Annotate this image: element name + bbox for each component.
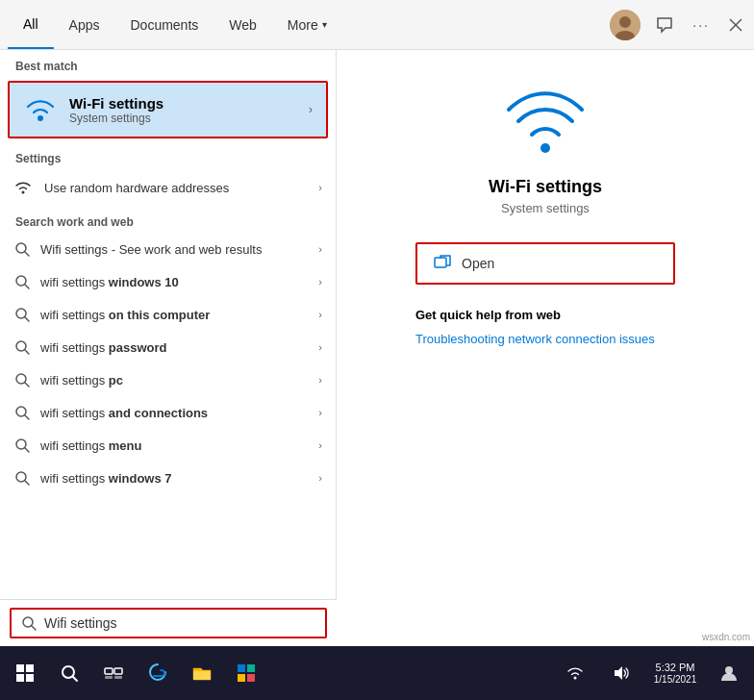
- clock-area[interactable]: 5:32 PM 1/15/2021: [646, 650, 704, 696]
- svg-line-20: [25, 448, 29, 452]
- svg-rect-30: [26, 674, 34, 682]
- svg-rect-40: [238, 674, 245, 682]
- search-item-3-bold: password: [109, 340, 167, 355]
- svg-point-1: [619, 16, 631, 28]
- settings-use-random[interactable]: Use random hardware addresses ›: [0, 169, 336, 206]
- close-btn[interactable]: [725, 14, 746, 36]
- clock-time: 5:32 PM: [656, 662, 695, 673]
- search-item-1-prefix: wifi settings: [40, 275, 109, 289]
- tab-apps[interactable]: Apps: [54, 0, 115, 49]
- svg-point-6: [22, 191, 25, 194]
- search-item-6-prefix: wifi settings: [40, 438, 109, 453]
- tab-more[interactable]: More ▾: [272, 0, 342, 49]
- svg-line-10: [25, 285, 29, 288]
- search-item-0-prefix: Wifi settings: [40, 242, 108, 257]
- search-item-1-bold: windows 10: [109, 275, 179, 289]
- taskbar: 5:32 PM 1/15/2021: [0, 646, 754, 700]
- avatar[interactable]: [610, 10, 641, 40]
- best-match-arrow: ›: [309, 103, 313, 116]
- quick-help-title: Get quick help from web: [415, 308, 675, 322]
- svg-line-8: [25, 252, 29, 256]
- search-item-5[interactable]: wifi settings and connections ›: [0, 396, 336, 429]
- quick-help-link[interactable]: Troubleshooting network connection issue…: [415, 332, 655, 346]
- search-item-3-prefix: wifi settings: [40, 340, 109, 355]
- tab-all[interactable]: All: [8, 0, 54, 49]
- chevron-down-icon: ▾: [322, 19, 327, 30]
- search-item-4[interactable]: wifi settings pc ›: [0, 363, 336, 396]
- search-window: All Apps Documents Web More ▾: [0, 0, 754, 700]
- settings-label: Settings: [0, 142, 336, 169]
- search-input[interactable]: [44, 615, 315, 631]
- svg-rect-37: [193, 671, 211, 680]
- search-item-2-bold: on this computer: [109, 308, 210, 322]
- content-area: Best match Wi-Fi settings System setting…: [0, 50, 754, 700]
- search-icon-7: [13, 469, 31, 487]
- search-item-1[interactable]: wifi settings windows 10 ›: [0, 265, 336, 298]
- svg-rect-36: [114, 676, 122, 679]
- search-item-3[interactable]: wifi settings password ›: [0, 331, 336, 363]
- search-item-2-prefix: wifi settings: [40, 308, 109, 322]
- search-item-5-prefix: wifi settings: [40, 406, 109, 420]
- best-match-subtitle: System settings: [69, 112, 163, 125]
- open-btn-wrapper: Open: [415, 242, 675, 285]
- start-button[interactable]: [4, 650, 46, 696]
- search-icon-6: [13, 437, 31, 454]
- network-btn[interactable]: [554, 650, 596, 696]
- search-item-6[interactable]: wifi settings menu ›: [0, 429, 336, 462]
- clock-date: 1/15/2021: [654, 674, 697, 685]
- left-panel: Best match Wi-Fi settings System setting…: [0, 50, 337, 700]
- watermark: wsxdn.com: [702, 632, 750, 642]
- more-options-btn[interactable]: ···: [689, 13, 714, 37]
- svg-line-18: [25, 415, 29, 419]
- result-title: Wi-Fi settings: [489, 177, 602, 197]
- tab-bar: All Apps Documents Web More ▾: [0, 0, 754, 50]
- svg-rect-28: [26, 664, 34, 672]
- open-button[interactable]: Open: [417, 244, 673, 283]
- best-match-title: Wi-Fi settings: [69, 95, 163, 112]
- search-item-6-bold: menu: [109, 438, 142, 453]
- svg-line-14: [25, 350, 29, 354]
- search-item-7-prefix: wifi settings: [40, 471, 109, 486]
- file-explorer-btn[interactable]: [181, 650, 223, 696]
- svg-rect-38: [238, 664, 245, 672]
- search-item-0-suffix: - See work and web results: [108, 242, 262, 257]
- search-input-wrapper: [10, 608, 327, 638]
- svg-rect-39: [247, 664, 255, 672]
- tab-bar-right: ···: [610, 10, 746, 40]
- search-item-5-bold: and connections: [109, 406, 208, 420]
- search-item-7-bold: windows 7: [109, 471, 172, 486]
- search-item-2[interactable]: wifi settings on this computer ›: [0, 298, 336, 331]
- edge-btn[interactable]: [137, 650, 179, 696]
- chat-icon-btn[interactable]: [652, 12, 677, 38]
- search-icon-5: [13, 404, 31, 421]
- search-icon-3: [13, 338, 31, 356]
- best-match-item[interactable]: Wi-Fi settings System settings ›: [8, 81, 328, 138]
- svg-line-24: [32, 626, 36, 630]
- svg-line-12: [25, 317, 29, 321]
- quick-help-section: Get quick help from web Troubleshooting …: [415, 308, 675, 347]
- tab-documents[interactable]: Documents: [114, 0, 214, 49]
- search-item-0[interactable]: Wifi settings - See work and web results…: [0, 233, 336, 265]
- svg-marker-43: [615, 666, 622, 680]
- svg-point-5: [38, 115, 43, 121]
- svg-line-32: [73, 677, 78, 682]
- svg-rect-41: [247, 674, 255, 682]
- wifi-large-icon: [507, 88, 584, 165]
- svg-point-44: [725, 666, 733, 674]
- right-panel: Wi-Fi settings System settings Open Get …: [337, 50, 754, 700]
- search-icon-1: [13, 273, 31, 290]
- taskbar-search[interactable]: [48, 650, 90, 696]
- search-item-7[interactable]: wifi settings windows 7 ›: [0, 462, 336, 494]
- people-btn[interactable]: [708, 650, 750, 696]
- svg-line-16: [25, 383, 29, 387]
- volume-btn[interactable]: [600, 650, 642, 696]
- store-btn[interactable]: [225, 650, 267, 696]
- best-match-label: Best match: [0, 50, 336, 77]
- search-icon-2: [13, 306, 31, 323]
- wifi-settings-icon: [23, 92, 58, 127]
- search-icon-4: [13, 371, 31, 388]
- open-icon: [433, 254, 452, 273]
- svg-rect-29: [16, 674, 24, 682]
- task-view-btn[interactable]: [92, 650, 135, 696]
- tab-web[interactable]: Web: [214, 0, 272, 49]
